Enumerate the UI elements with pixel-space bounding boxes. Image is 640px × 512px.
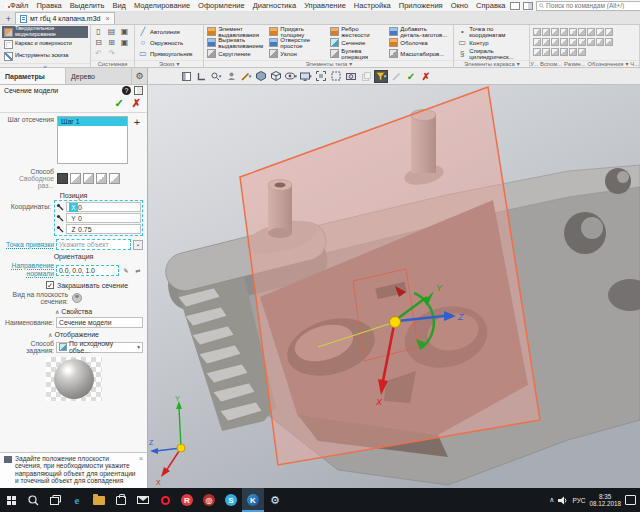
- menu-management[interactable]: Управление: [300, 0, 350, 11]
- task-view-button[interactable]: [44, 488, 66, 512]
- boolean-button[interactable]: Булева операция: [329, 48, 387, 59]
- settings-button[interactable]: ⚙: [264, 488, 286, 512]
- thicken-button[interactable]: Придать толщину: [268, 26, 328, 37]
- anchor-point-link[interactable]: Точка привязки: [4, 241, 54, 248]
- viewport-3d[interactable]: X Y Z Y Z X: [148, 85, 640, 488]
- appearance-menu-button[interactable]: ▾: [299, 70, 313, 83]
- edge-browser-button[interactable]: e: [66, 488, 88, 512]
- normal-direction-field[interactable]: 0.0, 0.0, 1.0: [56, 265, 119, 276]
- tool-icon[interactable]: [560, 48, 568, 56]
- display-header[interactable]: ∧Отображение: [0, 329, 147, 339]
- display-method-dropdown[interactable]: По исходному объе... ▾: [56, 342, 143, 353]
- mail-button[interactable]: [132, 488, 154, 512]
- store-button[interactable]: [110, 488, 132, 512]
- tree-view-icon[interactable]: [134, 86, 143, 95]
- properties-header[interactable]: ∧Свойства: [0, 306, 147, 316]
- panel-settings-gear-icon[interactable]: ⚙: [132, 68, 147, 84]
- new-tab-button[interactable]: +: [2, 14, 15, 24]
- tool-icon[interactable]: [578, 28, 586, 36]
- shell-button[interactable]: Оболочка: [388, 37, 451, 48]
- collapse-panel-button[interactable]: [179, 70, 193, 83]
- draft-button[interactable]: Уклон: [268, 48, 328, 59]
- mode-wireframe-surfaces-button[interactable]: Каркас и поверхности: [2, 38, 88, 50]
- mode-sketch-tools-button[interactable]: Инструменты эскиза: [2, 50, 88, 62]
- ribbon-group-system-label[interactable]: Системная: [91, 60, 134, 67]
- tool-icon[interactable]: [551, 28, 559, 36]
- document-tab[interactable]: мт гбц 4 клапана.m3d ×: [15, 12, 115, 24]
- tool-icon[interactable]: [605, 28, 613, 36]
- add-step-button[interactable]: +: [131, 116, 143, 128]
- shaded-display-button[interactable]: [254, 70, 268, 83]
- help-icon[interactable]: ?: [122, 86, 131, 95]
- print-icon[interactable]: ⊟: [93, 37, 104, 48]
- normal-flip-icon[interactable]: ⇄: [133, 265, 143, 275]
- pin-icon[interactable]: [56, 203, 64, 211]
- new-document-icon[interactable]: ▯: [93, 26, 104, 37]
- command-search[interactable]: [536, 1, 640, 11]
- tool-icon[interactable]: [587, 38, 595, 46]
- tab-tree[interactable]: Дерево: [66, 68, 132, 84]
- anchor-point-field[interactable]: Укажите объект: [56, 239, 131, 250]
- normal-edit-icon[interactable]: ✎: [121, 265, 131, 275]
- menu-applications[interactable]: Приложения: [395, 0, 447, 11]
- tool-icon[interactable]: [569, 48, 577, 56]
- tool-icon[interactable]: [605, 38, 613, 46]
- red-app-button[interactable]: R: [176, 488, 198, 512]
- method-option-button[interactable]: [109, 173, 120, 184]
- tool-icon[interactable]: [533, 38, 541, 46]
- redo-icon[interactable]: ↷: [106, 48, 117, 59]
- scale-button[interactable]: Масштабиров...: [388, 48, 451, 59]
- ribbon-group-frame-label[interactable]: Элементы каркаса▾: [454, 60, 529, 67]
- darkred-app-button[interactable]: ◎: [198, 488, 220, 512]
- ribbon-group-sketch-label[interactable]: Эскиз▾: [135, 60, 203, 67]
- skype-button[interactable]: S: [220, 488, 242, 512]
- section-button[interactable]: Сечение: [329, 37, 387, 48]
- volume-icon[interactable]: [558, 496, 568, 505]
- opera-button[interactable]: [154, 488, 176, 512]
- menu-select[interactable]: Выделить: [66, 0, 109, 11]
- viewport-confirm-button[interactable]: ✓: [404, 71, 418, 82]
- tool-icon[interactable]: [533, 48, 541, 56]
- filter-menu-button[interactable]: ▾: [374, 70, 388, 83]
- tool-icon[interactable]: [551, 48, 559, 56]
- search-input[interactable]: [546, 2, 640, 9]
- fillet-button[interactable]: Скругление: [206, 48, 267, 59]
- layout-split-icon[interactable]: [523, 2, 533, 10]
- spiral-button[interactable]: §Спираль цилиндрическ...: [456, 48, 527, 59]
- hide-objects-menu-button[interactable]: ▾: [284, 70, 298, 83]
- method-option-button[interactable]: [96, 173, 107, 184]
- confirm-button[interactable]: ✓: [115, 97, 124, 110]
- simple-hole-button[interactable]: Отверстие простое: [268, 37, 328, 48]
- menu-window[interactable]: Окно: [447, 0, 472, 11]
- tool-icon[interactable]: [587, 28, 595, 36]
- tool-icon[interactable]: [596, 28, 604, 36]
- tool-icon[interactable]: [533, 28, 541, 36]
- wireframe-display-button[interactable]: [269, 70, 283, 83]
- viewport-cancel-button[interactable]: ✗: [419, 71, 433, 82]
- tool-icon[interactable]: [542, 28, 550, 36]
- menu-modeling[interactable]: Моделирование: [130, 0, 194, 11]
- coord-x-value[interactable]: 0: [78, 204, 82, 211]
- coord-z-value[interactable]: 0.75: [78, 226, 92, 233]
- tool-icon[interactable]: [578, 48, 586, 56]
- zoom-area-button[interactable]: [329, 70, 343, 83]
- tool-icon[interactable]: [551, 38, 559, 46]
- normal-direction-link[interactable]: Направление нормали: [4, 262, 54, 278]
- tool-icon[interactable]: [542, 48, 550, 56]
- mode-solid-modeling-button[interactable]: Твердотельное моделирование: [2, 26, 88, 38]
- tab-parameters[interactable]: Параметры: [0, 68, 66, 84]
- ribbon-group-misc-labels[interactable]: У...Вспом...Разме...Обозначения▾Ч...: [530, 60, 639, 67]
- action-center-icon[interactable]: [625, 495, 636, 505]
- tool-icon[interactable]: [560, 28, 568, 36]
- hidden-icons-chevron[interactable]: ∧: [549, 496, 554, 504]
- anchor-pick-button[interactable]: •: [133, 240, 143, 250]
- gizmo-origin[interactable]: [390, 317, 401, 328]
- view-on-plane-icon[interactable]: [72, 293, 82, 303]
- kompas-app-button[interactable]: K: [242, 488, 264, 512]
- cut-extrude-button[interactable]: Вырезать выдавливанием: [206, 37, 267, 48]
- name-field[interactable]: Сечение модели: [56, 317, 143, 328]
- tool-icon[interactable]: [569, 28, 577, 36]
- point-by-coords-button[interactable]: •Точка по координатам: [456, 26, 527, 37]
- fit-all-button[interactable]: [314, 70, 328, 83]
- tool-icon[interactable]: [542, 38, 550, 46]
